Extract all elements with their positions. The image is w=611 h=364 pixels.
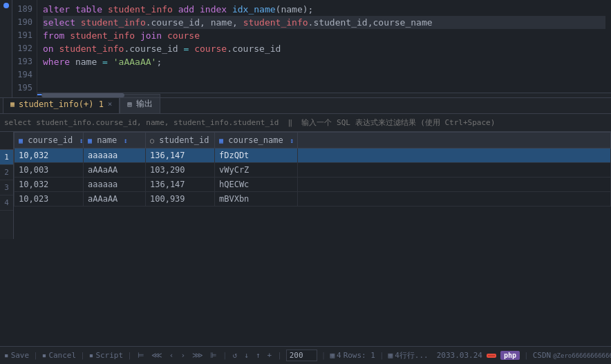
script-item[interactable]: ▪ Script [89, 351, 123, 360]
rows-icon: ▦ [330, 351, 335, 360]
left-gutter [0, 0, 12, 97]
cell-student-id-2[interactable]: 103,290 [146, 163, 215, 178]
cell-student-id-1[interactable]: 136,147 [146, 149, 215, 163]
sort-icon-name[interactable]: ↕ [123, 137, 127, 144]
script-icon: ▪ [89, 351, 94, 360]
limit-input[interactable] [286, 349, 317, 361]
cell-course-name-1[interactable]: fDzQDt [215, 149, 298, 163]
timestamp-text: 2033.03.24 [437, 351, 482, 360]
cell-course-name-4[interactable]: mBVXbn [215, 192, 298, 207]
timestamp-item: 2033.03.24 [437, 351, 482, 360]
col-header-course-id[interactable]: ▦ course_id ↕ [15, 133, 84, 149]
table-body: 10,032aaaaaa136,147fDzQDt10,003aAAaAA103… [15, 149, 611, 207]
gutter-indicator [3, 3, 9, 8]
cancel-icon: ▪ [42, 351, 47, 360]
table-scroll[interactable]: ▦ course_id ↕ ▦ name ↕ ○ student_id [14, 132, 611, 239]
nav-next[interactable]: › [179, 351, 187, 360]
csdn-label: CSDN [533, 351, 552, 360]
csdn-item: CSDN @Zero6666666666666666666666666666oo… [533, 351, 611, 360]
cell-course-id-3[interactable]: 10,032 [15, 178, 84, 192]
rows-count: ▦ 4 Rows: 1 [330, 351, 375, 360]
cancel-item[interactable]: ▪ Cancel [42, 351, 76, 360]
nav-prev-page[interactable]: ⋘ [150, 351, 164, 360]
tab-label-2: 输出 [136, 98, 153, 110]
sql-input-bar [0, 114, 611, 132]
sep3: | [127, 351, 132, 360]
cell-name-3[interactable]: aaaaaa [84, 178, 146, 192]
cell-rest-1 [298, 149, 611, 163]
col-prefix-course-id: ▦ [19, 137, 23, 144]
tab-close-1[interactable]: × [108, 99, 113, 108]
nav-last[interactable]: ⊫ [209, 351, 218, 360]
sql-filter-input[interactable] [4, 118, 607, 127]
col-header-student-id[interactable]: ○ student_id ↕ [146, 133, 215, 149]
results-table: ▦ course_id ↕ ▦ name ↕ ○ student_id [14, 132, 611, 207]
sep2: | [80, 351, 85, 360]
rows-count-label: 4 [337, 351, 341, 360]
horizontal-scrollbar[interactable] [0, 97, 611, 98]
export-btn[interactable]: ↓ [243, 351, 250, 360]
sep4: | [223, 351, 227, 360]
rows-label: Rows: 1 [344, 351, 375, 360]
sep5: | [277, 351, 282, 360]
nav-prev[interactable]: ‹ [168, 351, 176, 360]
php-badge: php [500, 351, 520, 360]
col-prefix-name: ▦ [88, 137, 92, 144]
cell-student-id-3[interactable]: 136,147 [146, 178, 215, 192]
cell-course-name-2[interactable]: vWyCrZ [215, 163, 298, 178]
cell-course-id-4[interactable]: 10,023 [15, 192, 84, 207]
cell-student-id-4[interactable]: 100,939 [146, 192, 215, 207]
sep7: | [379, 351, 384, 360]
cell-name-1[interactable]: aaaaaa [84, 149, 146, 163]
tab-output-icon: ▤ [127, 100, 131, 108]
cell-rest-2 [298, 163, 611, 178]
add-btn[interactable]: + [266, 351, 274, 360]
cancel-label[interactable]: Cancel [48, 351, 76, 360]
sort-icon-course-name[interactable]: ↕ [290, 137, 294, 144]
sep8: | [524, 351, 529, 360]
row-info: ▦ 4行行... [388, 350, 429, 361]
nav-first[interactable]: ⊨ [136, 351, 146, 360]
row-num-3: 3 [0, 180, 13, 195]
tab-label-1: student_info(+) 1 [19, 99, 104, 109]
import-btn[interactable]: ↑ [254, 351, 262, 360]
code-content[interactable]: alter table student_info add index idx_n… [37, 0, 611, 97]
col-header-name[interactable]: ▦ name ↕ [84, 133, 146, 149]
scroll-thumb[interactable] [41, 93, 124, 97]
sep1: | [33, 351, 38, 360]
col-prefix-course-name: ▦ [219, 137, 223, 144]
table-header: ▦ course_id ↕ ▦ name ↕ ○ student_id [15, 133, 611, 149]
col-prefix-student-id: ○ [150, 137, 154, 144]
cell-course-name-3[interactable]: hQECWc [215, 178, 298, 192]
cell-name-4[interactable]: aAAaAA [84, 192, 146, 207]
save-item[interactable]: ▪ Save [4, 351, 29, 360]
cell-name-2[interactable]: aAAaAA [84, 163, 146, 178]
line-numbers: 189190191192193194195 [12, 0, 37, 97]
status-badge [487, 354, 496, 358]
sort-icon-course-id[interactable]: ↕ [79, 137, 84, 144]
table-container: 1 2 3 4 ▦ course_id ↕ ▦ name [0, 132, 611, 239]
script-label[interactable]: Script [95, 351, 123, 360]
row-info-icon: ▦ [388, 351, 393, 360]
save-icon: ▪ [4, 351, 9, 360]
row-info-text: 4行行... [395, 350, 429, 361]
watermark-text: @Zero6666666666666666666666666666ooooo [553, 352, 611, 359]
refresh-btn[interactable]: ↺ [232, 351, 239, 360]
row-numbers-col: 1 2 3 4 [0, 132, 14, 239]
nav-next-page[interactable]: ⋙ [191, 351, 205, 360]
row-num-1: 1 [0, 150, 13, 165]
save-label[interactable]: Save [11, 351, 30, 360]
cell-rest-3 [298, 178, 611, 192]
results-area: 1 2 3 4 ▦ course_id ↕ ▦ name [0, 132, 611, 346]
cell-course-id-1[interactable]: 10,032 [15, 149, 84, 163]
cell-course-id-2[interactable]: 10,003 [15, 163, 84, 178]
sep6: | [321, 351, 326, 360]
code-editor: 189190191192193194195 alter table studen… [0, 0, 611, 93]
cell-rest-4 [298, 192, 611, 207]
row-num-2: 2 [0, 165, 13, 180]
row-num-4: 4 [0, 195, 13, 211]
col-header-course-name[interactable]: ▦ course_name ↕ [215, 133, 298, 149]
tab-table-icon: ▦ [10, 100, 15, 108]
col-header-rest [298, 133, 611, 149]
empty-rows [0, 239, 611, 346]
